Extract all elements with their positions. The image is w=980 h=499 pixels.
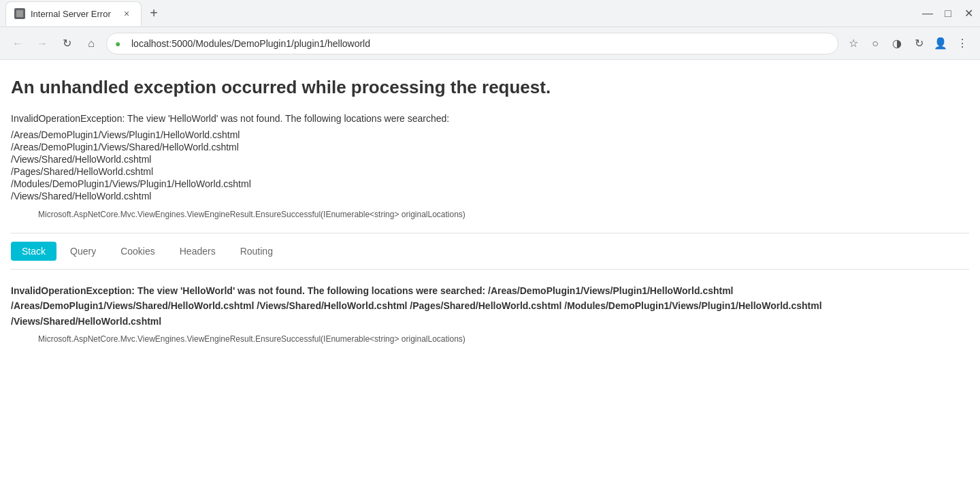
browser-tab[interactable]: Internal Server Error ×: [5, 1, 142, 26]
tab-close-button[interactable]: ×: [120, 7, 133, 20]
stack-section: InvalidOperationException: The view 'Hel…: [11, 283, 969, 344]
path-4: /Pages/Shared/HelloWorld.cshtml: [11, 166, 969, 177]
reload-button[interactable]: ↻: [57, 34, 76, 53]
close-button[interactable]: ✕: [962, 7, 975, 20]
tabs-bar: Stack Query Cookies Headers Routing: [11, 234, 969, 270]
path-list: /Areas/DemoPlugin1/Views/Plugin1/HelloWo…: [11, 129, 969, 202]
error-heading: An unhandled exception occurred while pr…: [11, 76, 969, 99]
new-tab-button[interactable]: +: [144, 4, 163, 23]
tab-favicon: [14, 8, 25, 19]
tab-query[interactable]: Query: [59, 242, 107, 261]
tab-routing[interactable]: Routing: [229, 242, 284, 261]
path-6: /Views/Shared/HelloWorld.cshtml: [11, 191, 969, 202]
stack-trace-1: Microsoft.AspNetCore.Mvc.ViewEngines.Vie…: [38, 210, 969, 219]
account-circle-icon[interactable]: ○: [866, 34, 885, 53]
home-button[interactable]: ⌂: [82, 34, 101, 53]
exception-message: The view 'HelloWorld' was not found. The…: [125, 113, 449, 124]
profile-icon[interactable]: 👤: [931, 34, 950, 53]
address-bar: ← → ↻ ⌂ ● localhost:5000/Modules/DemoPlu…: [0, 27, 980, 60]
tab-cookies[interactable]: Cookies: [110, 242, 166, 261]
maximize-button[interactable]: □: [942, 7, 954, 20]
exception-type: InvalidOperationException:: [11, 113, 125, 124]
extension-icon[interactable]: ◑: [887, 34, 906, 53]
page-content: An unhandled exception occurred while pr…: [0, 60, 980, 499]
path-3: /Views/Shared/HelloWorld.cshtml: [11, 154, 969, 165]
path-5: /Modules/DemoPlugin1/Views/Plugin1/Hello…: [11, 178, 969, 189]
minimize-button[interactable]: —: [921, 7, 934, 20]
toolbar-icons: ☆ ○ ◑ ↻ 👤 ⋮: [844, 34, 972, 53]
title-bar: Internal Server Error × + — □ ✕: [0, 0, 980, 27]
window-controls: — □ ✕: [921, 7, 975, 20]
update-icon[interactable]: ↻: [909, 34, 928, 53]
back-button[interactable]: ←: [8, 34, 27, 53]
tab-headers[interactable]: Headers: [169, 242, 227, 261]
path-2: /Areas/DemoPlugin1/Views/Shared/HelloWor…: [11, 142, 969, 152]
stack-trace-2: Microsoft.AspNetCore.Mvc.ViewEngines.Vie…: [38, 334, 969, 344]
menu-icon[interactable]: ⋮: [953, 34, 972, 53]
stack-bold-text: InvalidOperationException: The view 'Hel…: [11, 283, 969, 329]
url-text: localhost:5000/Modules/DemoPlugin1/plugi…: [131, 38, 370, 49]
tab-stack[interactable]: Stack: [11, 242, 56, 261]
address-field[interactable]: ● localhost:5000/Modules/DemoPlugin1/plu…: [106, 33, 838, 54]
tab-title: Internal Server Error: [31, 9, 111, 19]
exception-line: InvalidOperationException: The view 'Hel…: [11, 113, 969, 124]
path-1: /Areas/DemoPlugin1/Views/Plugin1/HelloWo…: [11, 129, 969, 140]
security-icon: ●: [115, 38, 120, 49]
svg-rect-0: [16, 10, 23, 17]
forward-button[interactable]: →: [33, 34, 52, 53]
bookmark-icon[interactable]: ☆: [844, 34, 863, 53]
